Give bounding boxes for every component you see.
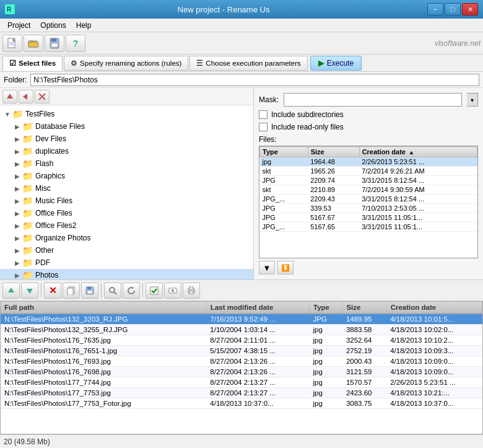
add-button[interactable] bbox=[164, 283, 181, 299]
list-col-size[interactable]: Size bbox=[342, 302, 386, 314]
expand-icon-dev-files[interactable]: ▶ bbox=[12, 136, 22, 143]
table-row[interactable]: N:\TestFiles\Photos\176_7635.jpg 8/27/20… bbox=[1, 335, 482, 346]
folder-input[interactable] bbox=[30, 74, 479, 86]
table-row[interactable]: N:\TestFiles\Photos\177_7753_Fotor.jpg 4… bbox=[1, 398, 482, 409]
expand-icon-music-files[interactable]: ▶ bbox=[12, 198, 22, 204]
list-created-cell: 4/18/2013 10:02:0... bbox=[386, 325, 482, 335]
tree-node-flash[interactable]: ▶ 📁 Flash bbox=[0, 157, 253, 170]
add-selected-button[interactable]: ▼ bbox=[259, 261, 275, 275]
list-item[interactable]: skt 1965.26 7/2/2014 9:26:21 AM bbox=[260, 167, 477, 176]
expand-icon-office-files[interactable]: ▶ bbox=[12, 210, 22, 217]
list-item[interactable]: JPG 2209.74 3/31/2015 8:12:54 ... bbox=[260, 176, 477, 185]
expand-icon-testfiles[interactable]: ▼ bbox=[2, 111, 12, 118]
svg-rect-7 bbox=[30, 41, 32, 42]
col-size[interactable]: Size bbox=[308, 147, 359, 157]
col-type[interactable]: Type bbox=[260, 147, 308, 157]
tree-node-testfiles[interactable]: ▼ 📁 TestFiles bbox=[0, 108, 253, 120]
tree-node-office-files[interactable]: ▶ 📁 Office Files bbox=[0, 207, 253, 219]
tree-toolbar bbox=[0, 88, 253, 105]
list-col-type[interactable]: Type bbox=[310, 302, 342, 314]
minimize-button[interactable]: − bbox=[427, 3, 443, 15]
save-button[interactable] bbox=[45, 35, 64, 52]
tree-clear-button[interactable] bbox=[35, 90, 50, 103]
tree-node-graphics[interactable]: ▶ 📁 Graphics bbox=[0, 170, 253, 182]
files-list-container[interactable]: Full path Last modified date Type Size C… bbox=[0, 301, 483, 434]
menu-options[interactable]: Options bbox=[35, 20, 71, 31]
move-up-button[interactable] bbox=[2, 283, 20, 299]
tree-back-button[interactable] bbox=[19, 90, 33, 103]
check-button[interactable] bbox=[146, 283, 163, 299]
add-all-button[interactable]: ⏬ bbox=[277, 261, 294, 275]
refresh-button[interactable] bbox=[123, 283, 140, 299]
tree-node-dev-files[interactable]: ▶ 📁 Dev Files bbox=[0, 133, 253, 145]
tree-node-organize-photos[interactable]: ▶ 📁 Organize Photos bbox=[0, 232, 253, 244]
list-item[interactable]: skt 2210.89 7/2/2014 9:30:59 AM bbox=[260, 185, 477, 195]
list-created-cell: 4/18/2013 10:09:3... bbox=[386, 346, 482, 356]
tab-rename-actions[interactable]: ⚙ Specify renaming actions (rules) bbox=[64, 56, 188, 71]
tab-select-files[interactable]: ☑ Select files bbox=[2, 56, 63, 71]
expand-icon-office-files2[interactable]: ▶ bbox=[12, 222, 22, 229]
search-button[interactable] bbox=[104, 283, 121, 299]
file-tree[interactable]: ▼ 📁 TestFiles ▶ 📁 Database Files ▶ 📁 Dev… bbox=[0, 105, 253, 279]
tab-execution-params[interactable]: ☰ Choose execution parameters bbox=[189, 56, 307, 71]
folder-icon-other: 📁 bbox=[22, 245, 33, 255]
expand-icon-pdf[interactable]: ▶ bbox=[12, 260, 22, 266]
mask-dropdown-button[interactable]: ▾ bbox=[467, 93, 478, 107]
expand-icon-database-files[interactable]: ▶ bbox=[12, 123, 22, 130]
include-subdirs-checkbox[interactable] bbox=[259, 110, 268, 119]
list-size-cell: 3252.64 bbox=[342, 335, 386, 346]
menu-project[interactable]: Project bbox=[2, 20, 35, 31]
remove-button[interactable]: ✕ bbox=[44, 283, 61, 299]
help-button[interactable]: ? bbox=[66, 35, 85, 52]
list-item[interactable]: JPG 339.53 7/10/2013 2:53:05 ... bbox=[260, 204, 477, 213]
move-down-button[interactable] bbox=[21, 283, 38, 299]
tree-up-button[interactable] bbox=[2, 90, 17, 103]
list-col-created[interactable]: Creation date bbox=[386, 302, 482, 314]
list-item[interactable]: jpg 1964.48 2/26/2013 5:23:51 ... bbox=[260, 157, 477, 167]
expand-icon-photos[interactable]: ▶ bbox=[12, 272, 22, 279]
tree-node-pdf[interactable]: ▶ 📁 PDF bbox=[0, 257, 253, 269]
copy-button[interactable] bbox=[63, 283, 80, 299]
list-col-modified[interactable]: Last modified date bbox=[206, 302, 309, 314]
tree-node-photos[interactable]: ▶ 📁 Photos bbox=[0, 269, 253, 279]
files-table-container[interactable]: Type Size Creation date ▲ jpg 1964.48 2/… bbox=[259, 146, 478, 258]
list-item[interactable]: JPG_... 5167.65 3/31/2015 11:05:1... bbox=[260, 222, 477, 232]
tree-node-other[interactable]: ▶ 📁 Other bbox=[0, 244, 253, 257]
menu-help[interactable]: Help bbox=[71, 20, 97, 31]
list-item[interactable]: JPG_... 2209.43 3/31/2015 8:12:54 ... bbox=[260, 195, 477, 204]
table-row[interactable]: N:\TestFiles\Photos\176_7698.jpg 8/27/20… bbox=[1, 367, 482, 377]
list-col-path[interactable]: Full path bbox=[1, 302, 206, 314]
table-row[interactable]: N:\TestFiles\Photos\176_7693.jpg 8/27/20… bbox=[1, 356, 482, 367]
tree-node-office-files2[interactable]: ▶ 📁 Office Files2 bbox=[0, 219, 253, 232]
new-button[interactable] bbox=[2, 35, 22, 52]
print-button[interactable] bbox=[183, 283, 200, 299]
expand-icon-flash[interactable]: ▶ bbox=[12, 160, 22, 167]
expand-icon-organize-photos[interactable]: ▶ bbox=[12, 235, 22, 242]
table-row[interactable]: N:\TestFiles\Photos\132_3203_RJ.JPG 7/16… bbox=[1, 314, 482, 325]
table-row[interactable]: N:\TestFiles\Photos\176_7651-1.jpg 5/15/… bbox=[1, 346, 482, 356]
include-subdirs-row[interactable]: Include subdirectories bbox=[259, 110, 478, 119]
execute-button[interactable]: ▶ Execute bbox=[310, 56, 362, 71]
table-row[interactable]: N:\TestFiles\Photos\177_7753.jpg 8/27/20… bbox=[1, 388, 482, 398]
col-creation-date[interactable]: Creation date ▲ bbox=[359, 147, 477, 157]
include-readonly-checkbox[interactable] bbox=[259, 123, 268, 131]
list-item[interactable]: JPG 5167.67 3/31/2015 11:05:1... bbox=[260, 213, 477, 222]
expand-icon-misc[interactable]: ▶ bbox=[12, 185, 22, 192]
mask-input[interactable] bbox=[284, 93, 462, 107]
folder-icon-duplicates: 📁 bbox=[22, 146, 33, 156]
tree-node-duplicates[interactable]: ▶ 📁 duplicates bbox=[0, 145, 253, 157]
maximize-button[interactable]: □ bbox=[445, 3, 461, 15]
include-readonly-row[interactable]: Include read-only files bbox=[259, 123, 478, 131]
table-row[interactable]: N:\TestFiles\Photos\132_3255_RJ.JPG 1/10… bbox=[1, 325, 482, 335]
table-row[interactable]: N:\TestFiles\Photos\177_7744.jpg 8/27/20… bbox=[1, 377, 482, 388]
expand-icon-graphics[interactable]: ▶ bbox=[12, 173, 22, 180]
tree-node-database-files[interactable]: ▶ 📁 Database Files bbox=[0, 120, 253, 133]
expand-icon-other[interactable]: ▶ bbox=[12, 247, 22, 254]
tree-node-misc[interactable]: ▶ 📁 Misc bbox=[0, 182, 253, 195]
main-content: ▼ 📁 TestFiles ▶ 📁 Database Files ▶ 📁 Dev… bbox=[0, 88, 483, 280]
close-button[interactable]: ✕ bbox=[462, 3, 478, 15]
save-list-button[interactable] bbox=[81, 283, 98, 299]
tree-node-music-files[interactable]: ▶ 📁 Music Files bbox=[0, 195, 253, 207]
open-button[interactable] bbox=[24, 35, 43, 52]
expand-icon-duplicates[interactable]: ▶ bbox=[12, 148, 22, 155]
